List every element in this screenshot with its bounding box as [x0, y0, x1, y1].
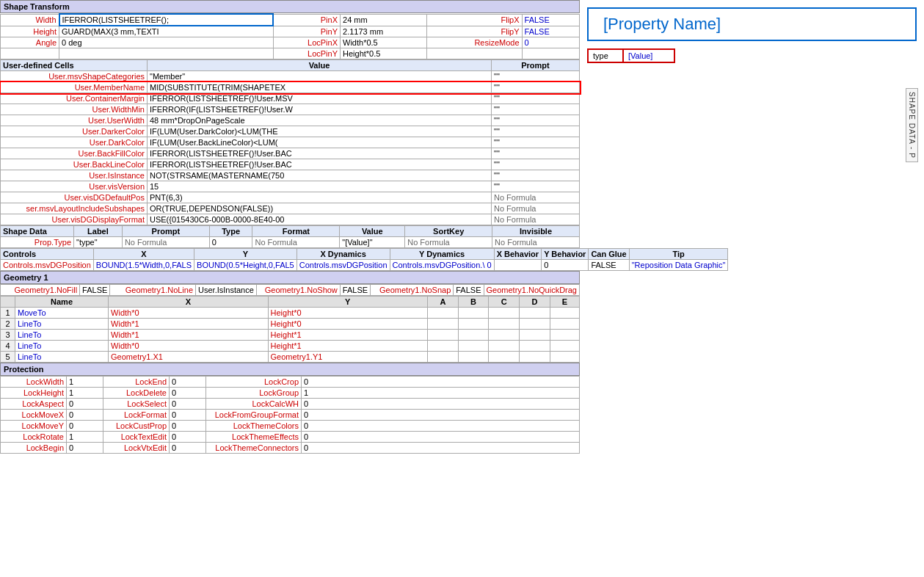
- g1-row-b: [458, 341, 489, 352]
- table-row: 5 LineTo Geometry1.X1 Geometry1.Y1: [1, 352, 580, 363]
- g1-col-e: E: [550, 297, 579, 308]
- ctrl-y: BOUND(0.5*Height,0,FAL5: [194, 260, 297, 271]
- g1-row-y: Geometry1.Y1: [268, 352, 427, 363]
- table-row: LockWidth 1 LockEnd 0 LockCrop 0: [1, 377, 580, 388]
- g1-nofill-label: Geometry1.NoFill: [1, 285, 80, 296]
- right-panel: [Property Name] type [Value] SHAPE DATA …: [580, 0, 924, 577]
- sd-col-label: Label: [74, 226, 123, 237]
- sd-col-name: Shape Data: [1, 226, 74, 237]
- g1-noline-val: User.IsInstance: [196, 285, 257, 296]
- g1-row-x: Width*1: [109, 330, 268, 341]
- g1-row-name: MoveTo: [15, 308, 109, 319]
- g1-row-c: [489, 319, 520, 330]
- prot-label: LockVtxEdit: [103, 443, 170, 454]
- g1-row-e: [550, 330, 579, 341]
- ucell-prompt: "": [492, 104, 580, 115]
- prot-val: 0: [170, 388, 206, 399]
- ucell-prompt: "": [492, 170, 580, 181]
- g1-noshow-label: Geometry1.NoShow: [256, 285, 340, 296]
- property-name-display: [Property Name]: [587, 7, 917, 41]
- table-row: User.UserWidth 48 mm*DropOnPageScale "": [1, 115, 580, 126]
- sd-name: Prop.Type: [1, 237, 74, 248]
- g1-col-a: A: [428, 297, 459, 308]
- shape-transform-table: Width IFERROR(LISTSHEETREF(); PinX 24 mm…: [0, 13, 580, 59]
- sd-col-prompt: Prompt: [122, 226, 209, 237]
- ctrl-xdyn: Controls.msvDGPosition: [297, 260, 390, 271]
- ucell-prompt: "": [492, 71, 580, 82]
- locpiny-value: Height*0.5: [341, 48, 427, 59]
- g1-row-x: Width*0: [109, 341, 268, 352]
- g1-row-num: 1: [1, 308, 15, 319]
- g1-row-c: [489, 308, 520, 319]
- table-row: User.msvShapeCategories "Member" "": [1, 71, 580, 82]
- g1-row-y: Height*1: [268, 341, 427, 352]
- table-row: Angle 0 deg LocPinX Width*0.5 ResizeMode…: [1, 37, 580, 48]
- type-box: type: [587, 48, 624, 63]
- geometry1-props-table: Geometry1.NoFill FALSE Geometry1.NoLine …: [0, 284, 580, 296]
- ucell-value: OR(TRUE,DEPENDSON(FALSE)): [148, 203, 492, 214]
- g1-row-x: Width*1: [109, 319, 268, 330]
- ucell-prompt: No Formula: [492, 214, 580, 225]
- g1-row-name: LineTo: [15, 352, 109, 363]
- ucell-prompt: "": [492, 115, 580, 126]
- prot-val: 0: [67, 399, 103, 410]
- prot-label: LockMoveX: [1, 410, 67, 421]
- prot-label: LockSelect: [103, 399, 170, 410]
- protection-table: LockWidth 1 LockEnd 0 LockCrop 0 LockHei…: [0, 376, 580, 454]
- table-row: LockRotate 1 LockTextEdit 0 LockThemeEff…: [1, 432, 580, 443]
- prot-label: LockRotate: [1, 432, 67, 443]
- g1-noshow-val: FALSE: [340, 285, 370, 296]
- value-box: [Value]: [624, 48, 675, 63]
- ctrl-ydyn: Controls.msvDGPosition.\ 0: [390, 260, 494, 271]
- prot-label: LockFromGroupFormat: [206, 410, 302, 421]
- g1-col-y: Y: [268, 297, 427, 308]
- g1-row-c: [489, 352, 520, 363]
- g1-row-b: [458, 308, 489, 319]
- g1-row-d: [520, 352, 550, 363]
- g1-row-y: Height*0: [268, 319, 427, 330]
- g1-row-b: [458, 319, 489, 330]
- ucell-value: IF(LUM(User.BackLineColor)<LUM(: [148, 137, 492, 148]
- table-row: LocPinY Height*0.5: [1, 48, 580, 59]
- user-cells-col-name: User-defined Cells: [1, 60, 148, 71]
- ucell-value: "Member": [148, 71, 492, 82]
- geometry1-section: Geometry 1 Geometry1.NoFill FALSE Geomet…: [0, 271, 580, 363]
- resizemode-value: 0: [522, 37, 579, 48]
- g1-row-x: Width*0: [109, 308, 268, 319]
- g1-row-name: LineTo: [15, 319, 109, 330]
- prot-label: LockEnd: [103, 377, 170, 388]
- sd-type: 0: [209, 237, 252, 248]
- width-value[interactable]: IFERROR(LISTSHEETREF();: [59, 14, 274, 26]
- ctrl-col-name: Controls: [1, 249, 94, 260]
- shape-data-panel-label: SHAPE DATA - P: [906, 88, 918, 162]
- table-row: Height GUARD(MAX(3 mm,TEXTI PinY 2.1173 …: [1, 26, 580, 37]
- prot-label: LockBegin: [1, 443, 67, 454]
- ucell-prompt: "": [492, 93, 580, 104]
- user-cells-col-value: Value: [148, 60, 492, 71]
- geometry1-header: Geometry 1: [0, 271, 580, 284]
- prot-val: 1: [67, 388, 103, 399]
- ucell-name: User.DarkerColor: [1, 126, 148, 137]
- table-row: Prop.Type "type" No Formula 0 No Formula…: [1, 237, 580, 248]
- ctrl-col-y: Y: [194, 249, 297, 260]
- geometry1-header-row: Name X Y A B C D E: [1, 297, 580, 308]
- ctrl-col-xdyn: X Dynamics: [297, 249, 390, 260]
- ucell-prompt: "": [492, 82, 580, 93]
- ucell-value: IFERROR(IF(LISTSHEETREF()!User.W: [148, 104, 492, 115]
- g1-row-num: 5: [1, 352, 15, 363]
- table-row: LockAspect 0 LockSelect 0 LockCalcWH 0: [1, 399, 580, 410]
- ctrl-x: BOUND(1.5*Width,0,FALS: [93, 260, 194, 271]
- ucell-name: User.UserWidth: [1, 115, 148, 126]
- ucell-prompt: No Formula: [492, 203, 580, 214]
- prot-val: 0: [302, 410, 580, 421]
- table-row: LockBegin 0 LockVtxEdit 0 LockThemeConne…: [1, 443, 580, 454]
- sd-label: "type": [74, 237, 123, 248]
- prot-val: 0: [170, 432, 206, 443]
- ctrl-name: Controls.msvDGPosition: [1, 260, 94, 271]
- ucell-value: IFERROR(LISTSHEETREF()!User.MSV: [148, 93, 492, 104]
- prot-label: LockCustProp: [103, 421, 170, 432]
- prot-val: 0: [170, 421, 206, 432]
- g1-row-num: 2: [1, 319, 15, 330]
- flipx-value: FALSE: [522, 14, 579, 26]
- ucell-name: User.BackFillColor: [1, 148, 148, 159]
